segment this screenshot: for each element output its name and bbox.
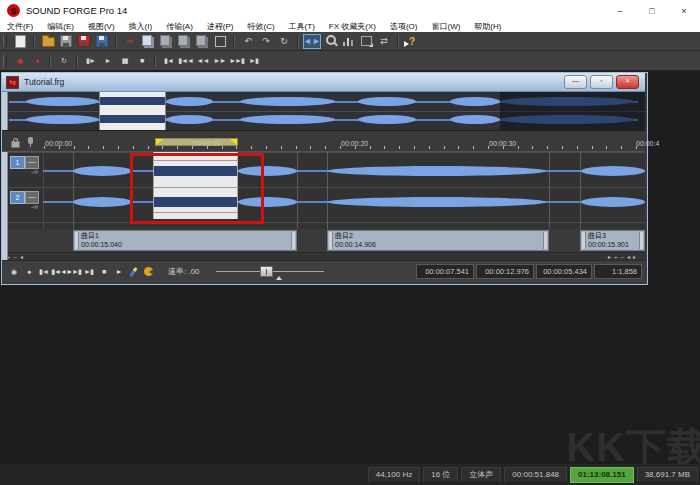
transport-toolbar: ◉ ● ↻ ▮► ► ▮▮ ■ ▮◄ ▮◄◄ ◄◄ ►► ►►▮ ►▮ [0, 51, 700, 71]
lock-icon [11, 141, 20, 148]
doc-restore-button[interactable]: ▫ [590, 75, 613, 89]
doc-minimize-button[interactable]: — [564, 75, 587, 89]
playback-rate-label: 速率: .00 [168, 266, 200, 277]
region-name: 曲目2 [335, 232, 548, 241]
status-position-highlight[interactable]: 01:13:08.151 [570, 467, 634, 483]
copy-button[interactable] [139, 34, 157, 49]
stop-button[interactable]: ■ [133, 53, 150, 68]
overview-waveform-segment-dark [500, 97, 634, 106]
whats-this-button[interactable]: ? [403, 34, 421, 49]
track-2-volume[interactable]: -∞ [31, 203, 38, 210]
repeat-button[interactable]: ↻ [275, 34, 293, 49]
region-time: 00:00:15.040 [81, 241, 296, 250]
copy-icon [142, 35, 152, 46]
close-button[interactable]: × [668, 0, 700, 21]
mix-paste-button[interactable] [193, 34, 211, 49]
menu-help[interactable]: 帮助(H) [467, 21, 508, 32]
channel-converter-button[interactable]: ◄► [303, 34, 321, 49]
play-all-button[interactable]: ▮► [82, 53, 99, 68]
menu-view[interactable]: 视图(V) [81, 21, 122, 32]
track-1-volume[interactable]: -∞ [31, 168, 38, 175]
paste-special-icon [178, 35, 188, 46]
forward-button[interactable]: ►► [211, 53, 228, 68]
zoom-ratio-display[interactable]: 1:1,858 [594, 264, 642, 279]
new-file-button[interactable] [11, 34, 29, 49]
footer-stop-button[interactable]: ■ [96, 265, 111, 279]
footer-next-marker-button[interactable]: ►►▮ [66, 265, 81, 279]
status-length[interactable]: 00:00:51.848 [504, 467, 567, 483]
save-button[interactable] [57, 34, 75, 49]
previous-marker-button[interactable]: ▮◄◄ [177, 53, 194, 68]
region-item-3[interactable]: 曲目3 00:00:15.901 [580, 230, 645, 251]
record-remote-button[interactable]: ◉ [11, 53, 28, 68]
spectrum-window-icon [361, 36, 372, 46]
footer-go-start-button[interactable]: ▮◄ [36, 265, 51, 279]
redo-button[interactable]: ↷ [257, 34, 275, 49]
menu-tools[interactable]: 工具(T) [282, 21, 322, 32]
status-bit-depth[interactable]: 16 位 [423, 467, 458, 483]
spectrum-window-button[interactable] [357, 34, 375, 49]
footer-scrub-button[interactable] [141, 265, 156, 279]
overview-strip[interactable] [2, 92, 645, 131]
go-to-start-button[interactable]: ▮◄ [160, 53, 177, 68]
track-1-number[interactable]: 1 [10, 156, 25, 169]
time-ruler[interactable]: 00:00:00 00:00:10 00:00:20 00:00:30 00:0… [2, 131, 645, 152]
overview-outside-view-region [500, 92, 645, 131]
menu-window[interactable]: 窗口(W) [424, 21, 467, 32]
maximize-button[interactable]: □ [636, 0, 668, 21]
rewind-button[interactable]: ◄◄ [194, 53, 211, 68]
footer-go-end-button[interactable]: ►▮ [81, 265, 96, 279]
toolbar-grip[interactable] [3, 55, 7, 67]
trim-button[interactable] [211, 34, 229, 49]
status-channels[interactable]: 立体声 [461, 467, 501, 483]
menu-process[interactable]: 进程(P) [200, 21, 241, 32]
footer-marker-tool-button[interactable] [126, 265, 141, 279]
menu-effects[interactable]: 特效(C) [240, 21, 281, 32]
go-to-end-button[interactable]: ►▮ [245, 53, 262, 68]
region-item-1[interactable]: 曲目1 00:00:15.040 [73, 230, 297, 251]
status-sample-rate[interactable]: 44,100 Hz [368, 467, 420, 483]
play-button[interactable]: ► [99, 53, 116, 68]
statistics-button[interactable] [339, 34, 357, 49]
cut-button[interactable]: ✂ [121, 34, 139, 49]
document-titlebar[interactable]: frg Tutorial.frg — ▫ × [2, 73, 645, 92]
minimize-button[interactable]: – [604, 0, 636, 21]
overview-waveform-segment [240, 115, 335, 124]
save-all-button[interactable] [93, 34, 111, 49]
paste-special-button[interactable] [175, 34, 193, 49]
track-2-number[interactable]: 2 [10, 191, 25, 204]
footer-record-button[interactable]: ● [21, 265, 36, 279]
menu-file[interactable]: 文件(F) [0, 21, 40, 32]
undo-button[interactable]: ↶ [239, 34, 257, 49]
scroll-zoom-row: +−◂ ▸+−◂▸ [2, 252, 645, 260]
record-button[interactable]: ● [28, 53, 45, 68]
pause-button[interactable]: ▮▮ [116, 53, 133, 68]
menu-edit[interactable]: 编辑(E) [40, 21, 81, 32]
selection-length-display[interactable]: 00:00:05.434 [536, 264, 592, 279]
save-as-button[interactable] [75, 34, 93, 49]
routing-button[interactable]: ⇄ [375, 34, 393, 49]
menu-fx-favorites[interactable]: FX 收藏夹(X) [322, 21, 383, 32]
open-button[interactable] [39, 34, 57, 49]
footer-record-remote-button[interactable]: ◉ [6, 265, 21, 279]
loop-playback-button[interactable]: ↻ [55, 53, 72, 68]
menu-options[interactable]: 选项(O) [383, 21, 425, 32]
toolbar-grip[interactable] [3, 35, 7, 47]
slider-thumb[interactable] [260, 266, 273, 277]
overview-waveform-segment [450, 97, 500, 106]
menu-insert[interactable]: 插入(I) [122, 21, 160, 32]
selection-end-display[interactable]: 00:00:12.976 [476, 264, 534, 279]
redo-icon: ↷ [262, 36, 270, 46]
footer-play-button[interactable]: ► [111, 265, 126, 279]
paste-button[interactable] [157, 34, 175, 49]
overview-selection[interactable] [99, 92, 166, 131]
footer-prev-marker-button[interactable]: ▮◄◄ [51, 265, 66, 279]
zoom-selection-button[interactable] [321, 34, 339, 49]
region-item-2[interactable]: 曲目2 00:00:14.906 [327, 230, 549, 251]
doc-close-button[interactable]: × [616, 75, 639, 89]
selection-start-display[interactable]: 00:00:07.541 [416, 264, 474, 279]
next-marker-button[interactable]: ►►▮ [228, 53, 245, 68]
playback-rate-slider[interactable] [216, 264, 324, 280]
menu-transport[interactable]: 传输(A) [159, 21, 200, 32]
track-area[interactable]: 1 — -∞ 2 — -∞ [2, 152, 645, 229]
